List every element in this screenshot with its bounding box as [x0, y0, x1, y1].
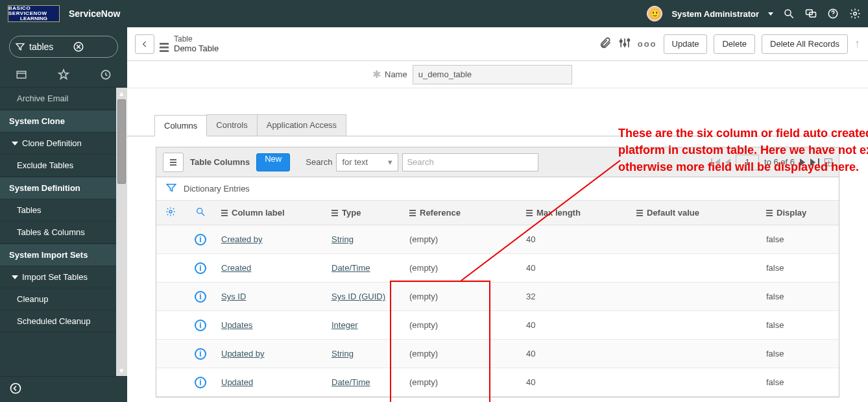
table-row[interactable]: iUpdated byString(empty)40false: [156, 340, 839, 368]
filter-icon[interactable]: [165, 182, 177, 195]
scroll-down-arrow-icon[interactable]: ▾: [116, 365, 127, 376]
row-max: 40: [526, 349, 535, 358]
delete-button[interactable]: Delete: [714, 34, 755, 54]
row-reference: (empty): [409, 349, 438, 358]
row-label[interactable]: Updated by: [221, 349, 265, 358]
user-menu-caret-icon[interactable]: [768, 12, 773, 16]
form-menu-icon[interactable]: [161, 38, 167, 51]
list-menu-button[interactable]: [163, 153, 184, 172]
chevron-down-icon: [12, 142, 18, 145]
nav-section-system-clone[interactable]: System Clone: [0, 110, 123, 132]
favorites-icon[interactable]: [57, 68, 70, 83]
tab-application-access[interactable]: Application Access: [257, 114, 346, 136]
col-header-max-length[interactable]: Max length: [521, 208, 631, 218]
up-arrow-icon[interactable]: ↑: [854, 37, 860, 51]
prev-page-icon[interactable]: [725, 158, 730, 166]
collapse-nav-icon[interactable]: [9, 382, 22, 397]
new-button[interactable]: New: [256, 153, 290, 171]
info-icon[interactable]: i: [195, 320, 206, 331]
row-type[interactable]: String: [332, 349, 354, 358]
col-header-display[interactable]: Display: [761, 208, 839, 218]
clear-filter-icon[interactable]: [73, 41, 112, 53]
nav-item-tables[interactable]: Tables: [0, 199, 123, 221]
row-type[interactable]: Date/Time: [332, 263, 370, 273]
row-type[interactable]: Sys ID (GUID): [332, 292, 385, 301]
nav-item-truncated[interactable]: Archive Email: [0, 88, 123, 110]
table-row[interactable]: iCreated byString(empty)40false: [156, 225, 839, 254]
row-display: false: [766, 263, 784, 273]
info-icon[interactable]: i: [195, 291, 206, 303]
nav-group-clone-definition[interactable]: Clone Definition: [0, 132, 123, 155]
user-name[interactable]: System Administrator: [671, 9, 759, 19]
history-icon[interactable]: [99, 68, 112, 83]
page-from[interactable]: 1: [736, 155, 759, 170]
breadcrumb[interactable]: Dictionary Entries: [184, 184, 250, 194]
row-reference: (empty): [409, 234, 438, 244]
svg-line-22: [202, 213, 204, 216]
row-reference: (empty): [409, 292, 438, 301]
row-label[interactable]: Updates: [221, 320, 252, 330]
row-display: false: [766, 349, 784, 358]
table-row[interactable]: iCreatedDate/Time(empty)40false: [156, 254, 839, 283]
nav-item-tables-columns[interactable]: Tables & Columns: [0, 221, 123, 244]
nav-scroll-area[interactable]: Archive Email System Clone Clone Definit…: [0, 88, 127, 376]
record-title: Demo Table: [174, 44, 219, 54]
name-field-row: ✱Name u_demo_table: [127, 61, 868, 88]
search-mode-select[interactable]: for text▾: [336, 153, 398, 171]
help-icon[interactable]: [826, 7, 839, 20]
nav-filter[interactable]: tables: [9, 36, 118, 58]
col-header-label[interactable]: Column label: [216, 208, 326, 218]
nav-item-cleanup[interactable]: Cleanup: [0, 288, 123, 310]
row-label[interactable]: Sys ID: [221, 292, 246, 301]
info-icon[interactable]: i: [195, 262, 206, 274]
last-page-bar-icon[interactable]: [818, 158, 819, 166]
row-type[interactable]: Date/Time: [332, 377, 370, 387]
form-header: Table Demo Table ooo Update Delete Delet…: [127, 27, 868, 61]
all-apps-icon[interactable]: [15, 69, 28, 82]
table-row[interactable]: iUpdatedDate/Time(empty)40false: [156, 368, 839, 397]
col-header-default-value[interactable]: Default value: [631, 208, 761, 218]
delete-all-records-button[interactable]: Delete All Records: [762, 34, 848, 54]
scroll-thumb[interactable]: [117, 99, 126, 184]
row-type[interactable]: Integer: [332, 320, 357, 330]
header-search-icon[interactable]: [195, 207, 206, 219]
first-page-bar-icon[interactable]: [711, 158, 712, 166]
row-label[interactable]: Created: [221, 263, 251, 273]
tab-columns[interactable]: Columns: [154, 115, 207, 136]
search-icon[interactable]: [782, 7, 795, 20]
scroll-up-arrow-icon[interactable]: ▴: [116, 88, 127, 99]
personalize-columns-icon[interactable]: [165, 207, 176, 219]
back-button[interactable]: [135, 34, 154, 54]
update-button[interactable]: Update: [664, 34, 708, 54]
attachments-icon[interactable]: [599, 36, 612, 51]
nav-item-scheduled-cleanup[interactable]: Scheduled Cleanup: [0, 310, 123, 333]
tab-bar: Columns Controls Application Access: [127, 88, 868, 136]
personalize-icon[interactable]: [618, 36, 631, 51]
last-page-icon[interactable]: [810, 158, 815, 166]
row-label[interactable]: Updated: [221, 377, 253, 387]
more-actions-icon[interactable]: ooo: [638, 39, 657, 49]
next-page-icon[interactable]: [800, 158, 805, 166]
info-icon[interactable]: i: [195, 348, 206, 360]
nav-group-import-set-tables[interactable]: Import Set Tables: [0, 266, 123, 288]
info-icon[interactable]: i: [195, 234, 206, 245]
first-page-icon[interactable]: [715, 158, 720, 166]
conversations-icon[interactable]: [804, 7, 817, 20]
col-header-type[interactable]: Type: [326, 208, 404, 218]
nav-section-system-definition[interactable]: System Definition: [0, 177, 123, 199]
gear-icon[interactable]: [849, 7, 862, 20]
row-type[interactable]: String: [332, 234, 354, 244]
search-input[interactable]: Search: [402, 153, 538, 171]
name-input[interactable]: u_demo_table: [413, 65, 572, 84]
avatar[interactable]: 🙂: [647, 6, 662, 21]
expand-list-icon[interactable]: [825, 158, 832, 166]
nav-section-system-import-sets[interactable]: System Import Sets: [0, 244, 123, 266]
tab-controls[interactable]: Controls: [206, 114, 257, 136]
table-row[interactable]: iUpdatesInteger(empty)40false: [156, 311, 839, 340]
col-header-reference[interactable]: Reference: [404, 208, 521, 218]
info-icon[interactable]: i: [195, 377, 206, 388]
nav-item-exclude-tables[interactable]: Exclude Tables: [0, 155, 123, 177]
table-row[interactable]: iSys IDSys ID (GUID)(empty)32false: [156, 283, 839, 311]
row-label[interactable]: Created by: [221, 234, 263, 244]
nav-scrollbar[interactable]: ▴ ▾: [116, 88, 127, 376]
